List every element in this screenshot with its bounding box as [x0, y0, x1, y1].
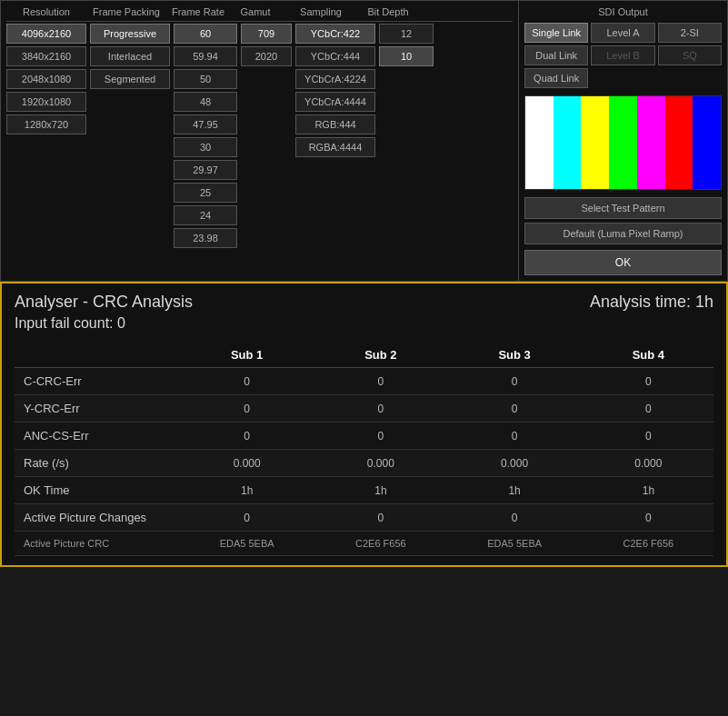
anc-cs-sub1: 0	[178, 423, 315, 450]
table-row: Active Picture CRC EDA5 5EBA C2E6 F656 E…	[15, 532, 713, 556]
resolution-3840[interactable]: 3840x2160	[6, 46, 86, 66]
col-header-sub3: Sub 3	[445, 343, 583, 368]
framerate-5994[interactable]: 59.94	[174, 46, 237, 66]
framerate-4795[interactable]: 47.95	[174, 114, 237, 134]
ok-time-sub4: 1h	[583, 477, 713, 504]
col-header-sub2: Sub 2	[315, 343, 445, 368]
grid-header: Resolution Frame Packing Frame Rate Gamu…	[6, 6, 513, 22]
active-crc-sub1: EDA5 5EBA	[178, 532, 315, 556]
color-bar-cyan	[553, 96, 582, 189]
framerate-25[interactable]: 25	[174, 183, 237, 203]
framepacking-column: Progressive Interlaced Segmented	[90, 24, 170, 248]
active-changes-sub3: 0	[445, 504, 583, 532]
framerate-60[interactable]: 60	[174, 24, 237, 44]
grid-body: 4096x2160 3840x2160 2048x1080 1920x1080 …	[6, 24, 513, 248]
sdi-quad-link[interactable]: Quad Link	[524, 68, 588, 88]
framepacking-header: Frame Packing	[86, 6, 166, 17]
bitdepth-header: Bit Depth	[361, 6, 415, 17]
y-crc-sub4: 0	[583, 395, 713, 423]
active-changes-sub2: 0	[315, 504, 445, 532]
color-bar-magenta	[637, 96, 665, 189]
row-label-y-crc: Y-CRC-Err	[15, 395, 178, 423]
col-header-sub4: Sub 4	[583, 343, 713, 368]
bottom-panel: Analyser - CRC Analysis Analysis time: 1…	[0, 282, 728, 567]
row-label-c-crc: C-CRC-Err	[15, 368, 178, 395]
framerate-header: Frame Rate	[166, 6, 230, 17]
color-bars	[524, 95, 722, 190]
y-crc-sub3: 0	[445, 395, 583, 423]
active-crc-sub4: C2E6 F656	[583, 532, 713, 556]
color-bar-red	[665, 96, 693, 189]
framerate-2997[interactable]: 29.97	[174, 160, 237, 180]
row-label-active-changes: Active Picture Changes	[15, 504, 178, 532]
sampling-ycbcra4444[interactable]: YCbCrA:4444	[295, 92, 375, 112]
resolution-4096[interactable]: 4096x2160	[6, 24, 86, 44]
color-bar-white	[525, 96, 553, 189]
c-crc-sub4: 0	[583, 368, 713, 395]
select-test-pattern-button[interactable]: Select Test Pattern	[524, 197, 722, 219]
analysis-time: Analysis time: 1h	[590, 293, 713, 312]
col-header-sub1: Sub 1	[178, 343, 315, 368]
sampling-rgba4444[interactable]: RGBA:4444	[295, 137, 375, 157]
sampling-column: YCbCr:422 YCbCr:444 YCbCrA:4224 YCbCrA:4…	[295, 24, 375, 248]
table-row: C-CRC-Err 0 0 0 0	[15, 368, 713, 395]
active-changes-sub4: 0	[583, 504, 713, 532]
table-row: Y-CRC-Err 0 0 0 0	[15, 395, 713, 423]
ok-time-sub1: 1h	[178, 477, 315, 504]
framerate-48[interactable]: 48	[174, 92, 237, 112]
ok-time-sub3: 1h	[445, 477, 583, 504]
table-row: OK Time 1h 1h 1h 1h	[15, 477, 713, 504]
resolution-header: Resolution	[6, 6, 86, 17]
y-crc-sub1: 0	[178, 395, 315, 423]
active-changes-sub1: 0	[178, 504, 315, 532]
color-bar-blue	[693, 96, 721, 189]
framerate-column: 60 59.94 50 48 47.95 30 29.97 25 24 23.9…	[174, 24, 237, 248]
framepacking-progressive[interactable]: Progressive	[90, 24, 170, 44]
c-crc-sub1: 0	[178, 368, 315, 395]
gamut-2020[interactable]: 2020	[241, 46, 292, 66]
row-label-anc-cs: ANC-CS-Err	[15, 423, 178, 450]
framepacking-interlaced[interactable]: Interlaced	[90, 46, 170, 66]
bitdepth-12[interactable]: 12	[379, 24, 434, 44]
sdi-2si[interactable]: 2-SI	[658, 23, 722, 43]
y-crc-sub2: 0	[315, 395, 445, 423]
table-row: Rate (/s) 0.000 0.000 0.000 0.000	[15, 450, 713, 477]
default-pattern-button[interactable]: Default (Luma Pixel Ramp)	[524, 223, 722, 244]
framerate-30[interactable]: 30	[174, 137, 237, 157]
sdi-level-b: Level B	[591, 45, 654, 65]
table-row: Active Picture Changes 0 0 0 0	[15, 504, 713, 532]
analysis-header: Analyser - CRC Analysis Analysis time: 1…	[15, 293, 713, 312]
framepacking-segmented[interactable]: Segmented	[90, 69, 170, 89]
signal-grid: Resolution Frame Packing Frame Rate Gamu…	[1, 1, 518, 281]
row-label-ok-time: OK Time	[15, 477, 178, 504]
sampling-ycbcr444[interactable]: YCbCr:444	[295, 46, 375, 66]
framerate-2398[interactable]: 23.98	[174, 228, 237, 248]
ok-button[interactable]: OK	[524, 250, 722, 275]
resolution-1920[interactable]: 1920x1080	[6, 92, 86, 112]
framerate-50[interactable]: 50	[174, 69, 237, 89]
framerate-24[interactable]: 24	[174, 205, 237, 225]
row-label-rate: Rate (/s)	[15, 450, 178, 477]
sdi-dual-link[interactable]: Dual Link	[524, 45, 588, 65]
c-crc-sub2: 0	[315, 368, 445, 395]
sdi-sq: SQ	[658, 45, 722, 65]
sampling-ycbcr422[interactable]: YCbCr:422	[295, 24, 375, 44]
sampling-header: Sampling	[281, 6, 361, 17]
sdi-single-link[interactable]: Single Link	[524, 23, 588, 43]
row-label-active-crc: Active Picture CRC	[15, 532, 178, 556]
input-fail-count: Input fail count: 0	[15, 315, 713, 332]
gamut-header: Gamut	[230, 6, 281, 17]
bitdepth-10[interactable]: 10	[379, 46, 434, 66]
sdi-level-a[interactable]: Level A	[591, 23, 654, 43]
top-panel: Resolution Frame Packing Frame Rate Gamu…	[0, 0, 728, 282]
gamut-709[interactable]: 709	[241, 24, 292, 44]
sampling-rgb444[interactable]: RGB:444	[295, 114, 375, 134]
resolution-2048[interactable]: 2048x1080	[6, 69, 86, 89]
sdi-title: SDI Output	[524, 6, 722, 17]
bitdepth-column: 12 10	[379, 24, 434, 248]
color-bar-yellow	[581, 96, 609, 189]
resolution-1280[interactable]: 1280x720	[6, 114, 86, 134]
c-crc-sub3: 0	[445, 368, 583, 395]
sampling-ycbcra4224[interactable]: YCbCrA:4224	[295, 69, 375, 89]
crc-table: Sub 1 Sub 2 Sub 3 Sub 4 C-CRC-Err 0 0 0 …	[15, 343, 713, 556]
